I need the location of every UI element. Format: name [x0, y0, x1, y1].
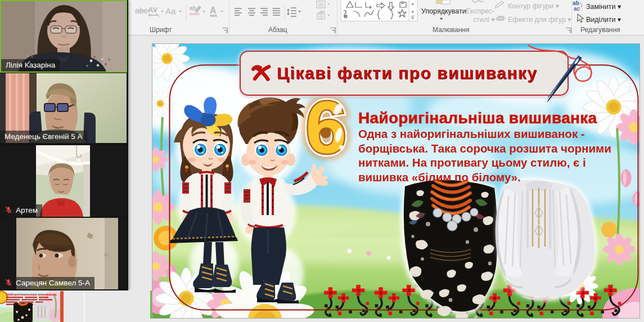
svg-text:ab: ab — [190, 5, 196, 11]
svg-text:AV: AV — [148, 6, 157, 14]
svg-text:ac: ac — [574, 6, 580, 12]
svg-text:Aa: Aa — [165, 6, 176, 16]
svg-text:Найоригінальніша вишиванка: Найоригінальніша вишиванка — [6, 293, 57, 296]
svg-text:6: 6 — [305, 86, 346, 169]
svg-text:A: A — [210, 6, 217, 15]
